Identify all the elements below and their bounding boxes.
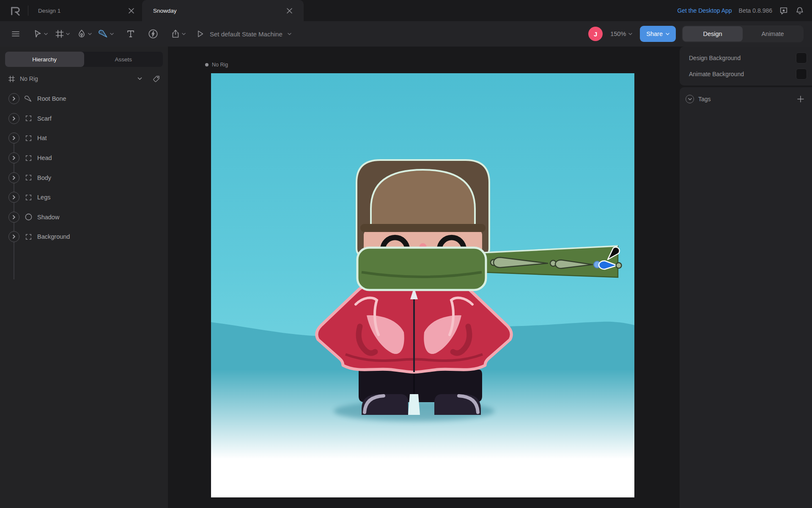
avatar[interactable]: J xyxy=(588,27,603,41)
artboard-list-item[interactable]: No Rig xyxy=(0,71,168,86)
tree-item-label: Legs xyxy=(37,194,50,201)
tags-label: Tags xyxy=(698,96,792,102)
tree-item-shadow[interactable]: Shadow xyxy=(0,207,168,227)
snowday-illustration xyxy=(211,73,634,497)
tab-label: Snowday xyxy=(153,8,285,14)
artboard-canvas-label[interactable]: No Rig xyxy=(205,62,228,68)
share-button[interactable]: Share xyxy=(640,26,676,42)
play-icon xyxy=(195,29,205,39)
pen-tool-button[interactable] xyxy=(74,25,95,42)
top-right-links: Get the Desktop App Beta 0.8.986 xyxy=(677,0,804,21)
expand-icon[interactable] xyxy=(8,192,19,203)
chevron-down-circle-icon[interactable] xyxy=(686,95,694,103)
tree-item-label: Head xyxy=(37,155,52,161)
tree-item-scarf[interactable]: Scarf xyxy=(0,109,168,129)
chevron-down-icon xyxy=(628,33,632,36)
design-background-swatch[interactable] xyxy=(796,52,807,64)
expand-icon[interactable] xyxy=(8,231,19,242)
select-tool-button[interactable] xyxy=(30,25,51,42)
panel-tabs: Hierarchy Assets xyxy=(5,52,163,67)
expand-icon[interactable] xyxy=(8,93,19,104)
ellipse-icon xyxy=(24,213,33,221)
beta-version-label: Beta 0.8.986 xyxy=(739,7,772,14)
chevron-down-icon[interactable] xyxy=(137,77,142,80)
tool-group: Set default State Machine xyxy=(0,25,291,42)
group-icon xyxy=(24,193,33,202)
set-default-state-machine[interactable]: Set default State Machine xyxy=(195,29,291,39)
add-tag-button[interactable] xyxy=(796,94,805,104)
rive-logo-icon[interactable] xyxy=(9,5,22,17)
group-icon xyxy=(24,174,33,182)
animate-background-label: Animate Background xyxy=(689,71,796,77)
tags-section-header: Tags xyxy=(680,90,812,108)
events-tool-button[interactable] xyxy=(145,25,162,42)
bone-icon xyxy=(24,94,33,103)
tree-item-head[interactable]: Head xyxy=(0,148,168,168)
tree-item-label: Root Bone xyxy=(37,95,66,102)
animate-mode-tab[interactable]: Animate xyxy=(743,26,803,41)
divider xyxy=(28,6,28,16)
left-shoe xyxy=(362,394,408,415)
tab-bar: Design 1 Snowday Get the Desktop App Bet… xyxy=(0,0,812,21)
artboard-dot-icon xyxy=(205,63,208,66)
group-icon xyxy=(24,134,33,142)
expand-icon[interactable] xyxy=(8,172,19,183)
tag-icon[interactable] xyxy=(152,75,160,83)
artboard[interactable] xyxy=(211,73,634,497)
toolbar-right: J 150% Share Design Animate xyxy=(588,25,812,42)
tree-item-background[interactable]: Background xyxy=(0,227,168,247)
legs-gap xyxy=(408,394,420,415)
notifications-bell-icon[interactable] xyxy=(795,6,804,15)
canvas-stage[interactable]: No Rig xyxy=(168,47,680,508)
get-desktop-app-link[interactable]: Get the Desktop App xyxy=(677,7,732,14)
hat-brim xyxy=(360,224,486,232)
close-icon[interactable] xyxy=(127,6,135,15)
tree-item-label: Scarf xyxy=(37,115,52,122)
artboard-tool-button[interactable] xyxy=(52,25,73,42)
artboard-name: No Rig xyxy=(20,75,133,82)
export-share-button[interactable] xyxy=(167,25,189,42)
group-icon xyxy=(24,114,33,123)
scarf xyxy=(357,248,486,290)
hierarchy-tree: Root Bone Scarf Hat Head Body Legs xyxy=(0,89,168,247)
tags-card: Tags xyxy=(680,87,812,508)
mode-switcher: Design Animate xyxy=(682,25,804,42)
artboard-canvas-name: No Rig xyxy=(212,62,228,68)
bone-joint-end xyxy=(616,263,622,268)
left-panel: Hierarchy Assets No Rig Root Bone Scarf … xyxy=(0,47,168,508)
tab-hierarchy[interactable]: Hierarchy xyxy=(5,52,84,67)
tree-item-root-bone[interactable]: Root Bone xyxy=(0,89,168,109)
bone-tool-button[interactable] xyxy=(96,25,117,42)
expand-icon[interactable] xyxy=(8,113,19,124)
artboard-icon xyxy=(8,75,16,83)
tree-item-legs[interactable]: Legs xyxy=(0,188,168,207)
text-tool-button[interactable] xyxy=(123,25,139,42)
expand-icon[interactable] xyxy=(8,152,19,163)
tree-item-label: Background xyxy=(37,233,70,240)
right-panel: Design Background Animate Background Tag… xyxy=(680,47,812,508)
tab-assets[interactable]: Assets xyxy=(84,52,163,67)
expand-icon[interactable] xyxy=(8,133,19,144)
tree-item-label: Shadow xyxy=(37,214,59,221)
tab-label: Design 1 xyxy=(38,8,127,14)
design-background-label: Design Background xyxy=(689,55,796,61)
background-settings-card: Design Background Animate Background xyxy=(680,47,812,86)
animate-background-row: Animate Background xyxy=(680,66,812,82)
hat-dome xyxy=(371,170,475,228)
design-mode-tab[interactable]: Design xyxy=(683,26,743,41)
tree-item-hat[interactable]: Hat xyxy=(0,128,168,148)
design-background-row: Design Background xyxy=(680,50,812,66)
zoom-level-dropdown[interactable]: 150% xyxy=(609,30,634,37)
animate-background-swatch[interactable] xyxy=(796,69,807,80)
tab-snowday[interactable]: Snowday xyxy=(142,0,304,21)
right-shoe xyxy=(434,394,481,415)
feedback-icon[interactable] xyxy=(779,6,788,15)
tree-item-body[interactable]: Body xyxy=(0,168,168,188)
group-icon xyxy=(24,232,33,241)
zoom-level: 150% xyxy=(610,30,626,37)
main-menu-button[interactable] xyxy=(8,25,24,42)
expand-icon[interactable] xyxy=(8,212,19,223)
tree-item-label: Body xyxy=(37,174,51,181)
tab-design-1[interactable]: Design 1 xyxy=(30,0,142,21)
close-icon[interactable] xyxy=(285,6,294,15)
